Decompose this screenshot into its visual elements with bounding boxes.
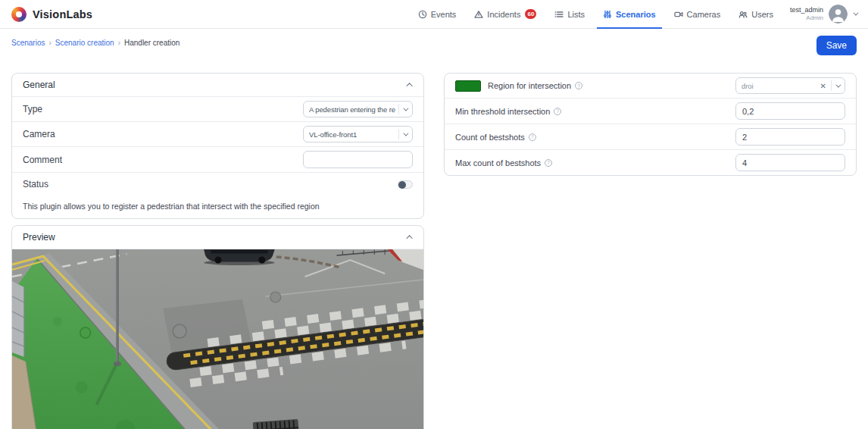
info-icon[interactable]: ?	[529, 133, 536, 141]
panel-title: General	[23, 80, 55, 90]
max-bestshots-input[interactable]	[735, 154, 845, 171]
bestshots-count-input[interactable]	[735, 128, 845, 146]
main-nav: Events Incidents 60 Lists Scenarios Came…	[418, 0, 773, 29]
camera-select[interactable]: VL-office-front1	[303, 126, 413, 142]
handler-settings-panel: Region for intersection ? droi ✕ Min thr…	[444, 73, 857, 176]
sliders-icon	[603, 10, 612, 19]
list-icon	[554, 10, 564, 19]
plugin-description: This plugin allows you to register a ped…	[12, 196, 423, 218]
info-icon[interactable]: ?	[575, 82, 582, 89]
camera-icon	[674, 10, 683, 19]
type-row: Type A pedestrian entering the region	[12, 96, 423, 121]
min-threshold-label: Min threshold intersection	[455, 107, 550, 116]
nav-item-events[interactable]: Events	[418, 0, 457, 29]
comment-row: Comment	[12, 146, 423, 172]
clear-icon[interactable]: ✕	[820, 82, 826, 90]
status-label: Status	[23, 179, 48, 189]
users-icon	[738, 10, 748, 19]
camera-select-value: VL-office-front1	[309, 130, 395, 139]
chevron-down-icon	[835, 82, 841, 87]
comment-label: Comment	[23, 155, 62, 165]
nav-item-cameras[interactable]: Cameras	[674, 0, 721, 29]
top-navigation-bar: VisionLabs Events Incidents 60 Lists Sce…	[0, 0, 868, 29]
user-role: Admin	[790, 14, 823, 22]
chevron-up-icon	[406, 235, 412, 241]
general-panel-header[interactable]: General	[12, 74, 423, 96]
region-color-swatch	[455, 80, 481, 92]
breadcrumb: Scenarios › Scenario creation › Handler …	[11, 39, 180, 47]
region-select-value: droi	[742, 82, 820, 90]
region-label: Region for intersection	[488, 81, 571, 90]
nav-item-lists[interactable]: Lists	[554, 0, 585, 29]
breadcrumb-scenario-creation[interactable]: Scenario creation	[55, 39, 114, 47]
breadcrumb-handler-creation: Handler creation	[124, 39, 180, 47]
user-menu[interactable]: test_admin Admin	[790, 5, 857, 23]
status-toggle[interactable]	[398, 180, 413, 189]
chevron-down-icon	[403, 130, 408, 136]
content: General Type A pedestrian entering the r…	[0, 73, 868, 429]
user-name: test_admin	[790, 6, 823, 14]
info-icon[interactable]: ?	[554, 108, 561, 115]
warning-icon	[474, 10, 483, 19]
user-info: test_admin Admin	[790, 6, 823, 22]
type-label: Type	[23, 104, 42, 114]
breadcrumb-scenarios[interactable]: Scenarios	[11, 39, 45, 47]
incidents-count-badge: 60	[525, 9, 536, 19]
status-row: Status	[12, 172, 423, 196]
nav-item-users[interactable]: Users	[738, 0, 773, 29]
bestshots-count-label: Count of bestshots	[455, 133, 525, 142]
brand-name: VisionLabs	[33, 8, 92, 20]
nav-label: Lists	[567, 10, 585, 19]
toolbar: Scenarios › Scenario creation › Handler …	[0, 29, 868, 73]
chevron-down-icon	[853, 11, 858, 16]
save-button[interactable]: Save	[816, 36, 857, 55]
preview-panel: Preview	[11, 225, 424, 429]
panel-title: Preview	[23, 232, 55, 243]
avatar	[829, 5, 848, 23]
nav-item-incidents[interactable]: Incidents 60	[474, 0, 536, 29]
chevron-up-icon	[406, 83, 412, 89]
nav-label: Users	[751, 10, 773, 19]
visionlabs-logo-icon	[11, 7, 27, 22]
breadcrumb-separator: ›	[118, 39, 120, 47]
nav-label: Cameras	[687, 10, 721, 19]
comment-input[interactable]	[303, 151, 413, 168]
type-select[interactable]: A pedestrian entering the region	[303, 101, 413, 117]
brand[interactable]: VisionLabs	[11, 7, 92, 22]
left-column: General Type A pedestrian entering the r…	[11, 73, 424, 429]
preview-panel-header[interactable]: Preview	[12, 226, 423, 249]
general-panel: General Type A pedestrian entering the r…	[11, 73, 424, 219]
camera-label: Camera	[23, 129, 55, 139]
nav-label: Events	[431, 10, 457, 19]
nav-label: Scenarios	[616, 10, 656, 19]
clock-icon	[418, 10, 427, 19]
right-column: Region for intersection ? droi ✕ Min thr…	[444, 73, 857, 176]
type-select-value: A pedestrian entering the region	[309, 105, 395, 114]
min-threshold-input[interactable]	[735, 102, 845, 120]
region-row: Region for intersection ? droi ✕	[445, 74, 856, 98]
nav-item-scenarios[interactable]: Scenarios	[603, 0, 656, 29]
camera-preview-image	[12, 249, 423, 429]
bestshots-count-row: Count of bestshots ?	[445, 124, 856, 149]
breadcrumb-separator: ›	[48, 39, 51, 47]
max-bestshots-row: Max count of bestshots ?	[445, 149, 856, 175]
nav-label: Incidents	[487, 10, 520, 19]
region-select[interactable]: droi ✕	[735, 77, 845, 94]
camera-row: Camera VL-office-front1	[12, 121, 423, 146]
max-bestshots-label: Max count of bestshots	[455, 158, 541, 168]
info-icon[interactable]: ?	[545, 159, 552, 167]
chevron-down-icon	[403, 105, 408, 111]
min-threshold-row: Min threshold intersection ?	[445, 98, 856, 124]
